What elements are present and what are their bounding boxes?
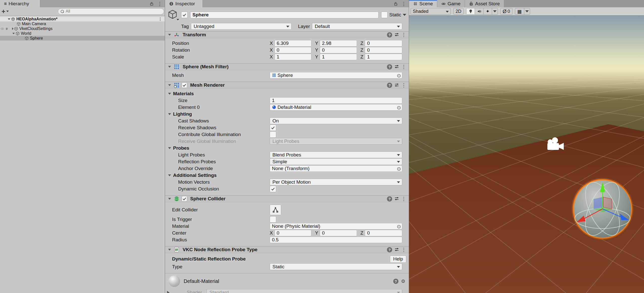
tab-game[interactable]: Game [437,0,465,7]
center-x-field[interactable]: 0 [274,230,312,236]
tab-inspector[interactable]: Inspector [165,0,203,7]
motion-vectors-dropdown[interactable]: Per Object Motion [270,179,402,185]
tree-item-vketcloudsettings[interactable]: VketCloudSettings [0,26,165,31]
material-expand-icon[interactable] [167,291,170,293]
component-menu-icon[interactable]: ⋮ [401,83,406,88]
shading-mode-dropdown[interactable]: Shaded [411,8,451,15]
light-probes-dropdown[interactable]: Blend Probes [270,151,402,158]
scale-y-field[interactable]: 1 [320,54,357,60]
gameobject-icon[interactable] [168,9,179,20]
material-thumbnail[interactable] [169,275,180,287]
component-menu-icon[interactable]: ⋮ [401,196,406,201]
layer-dropdown[interactable]: Default [312,23,402,30]
pick-hand-icon[interactable] [5,27,9,30]
hidden-objects-toggle[interactable]: Ø 0 [500,8,512,15]
receive-shadows-checkbox[interactable] [270,124,276,131]
scale-x-field[interactable]: 1 [274,54,312,60]
presets-icon[interactable] [394,196,399,201]
foldout-open-icon[interactable] [12,32,15,34]
cast-shadows-dropdown[interactable]: On [270,117,402,124]
static-dropdown-arrow[interactable] [403,14,406,16]
scene-lighting-toggle[interactable] [466,8,475,14]
scale-z-field[interactable]: 1 [365,54,402,60]
foldout-open-icon[interactable] [168,84,171,86]
presets-icon[interactable] [394,83,399,88]
object-picker-icon[interactable]: ⊙ [397,223,401,230]
foldout-open-icon[interactable] [168,66,171,68]
position-x-field[interactable]: 6.309 [274,40,312,47]
create-object-button[interactable]: + [2,8,9,15]
help-icon[interactable]: ? [387,32,392,38]
anchor-override-field[interactable]: None (Transform)⊙ [270,165,402,172]
foldout-open-icon[interactable] [8,18,10,20]
tag-dropdown[interactable]: Untagged [191,23,292,30]
rotation-z-field[interactable]: 0 [365,47,402,53]
foldout-open-icon[interactable] [168,198,171,200]
component-menu-icon[interactable]: ⋮ [401,247,406,252]
physic-material-field[interactable]: None (Physic Material)⊙ [270,223,402,230]
help-icon[interactable]: ? [387,196,392,202]
lock-icon[interactable] [150,2,154,6]
help-icon[interactable]: ? [387,247,392,252]
tree-item-scene[interactable]: HEOAlphaAnimation* ⋮ [0,17,165,21]
tab-hierarchy[interactable]: ≡ Hierarchy [0,0,40,7]
help-icon[interactable]: ? [387,83,392,88]
tree-item-world[interactable]: World [0,31,165,36]
foldout-closed-icon[interactable] [12,27,14,30]
help-icon[interactable]: ? [393,279,398,284]
center-y-field[interactable]: 0 [320,230,357,236]
presets-icon[interactable] [394,32,399,37]
scene-viewport[interactable] [409,16,644,293]
grid-visibility-toggle[interactable]: ▦ [515,8,524,14]
materials-size-field[interactable]: 1 [270,97,402,104]
element0-object-field[interactable]: Default-Material ⊙ [270,104,402,111]
materials-foldout[interactable]: Materials [165,90,409,97]
position-z-field[interactable]: 0 [365,40,402,47]
hierarchy-menu-icon[interactable]: ⋮ [157,1,162,6]
scene-row-menu-icon[interactable]: ⋮ [158,17,162,21]
object-picker-icon[interactable]: ⊙ [397,73,401,79]
vkc-type-dropdown[interactable]: Static [270,263,402,270]
reflection-probes-dropdown[interactable]: Simple [270,158,402,165]
grid-dropdown-arrow[interactable] [524,8,530,14]
object-picker-icon[interactable]: ⊙ [397,105,401,111]
component-enabled-checkbox[interactable] [182,196,187,202]
additional-settings-foldout[interactable]: Additional Settings [165,172,409,179]
rotation-y-field[interactable]: 0 [320,47,357,53]
2d-toggle[interactable]: 2D [453,8,464,15]
contribute-gi-checkbox[interactable] [270,131,276,138]
edit-collider-button[interactable] [270,205,281,215]
lighting-foldout[interactable]: Lighting [165,111,409,117]
foldout-open-icon[interactable] [168,249,171,251]
effects-dropdown-arrow[interactable] [492,8,498,14]
center-z-field[interactable]: 0 [365,230,402,236]
foldout-open-icon[interactable] [168,34,171,36]
eye-icon[interactable] [1,27,4,30]
radius-field[interactable]: 0.5 [270,237,402,243]
component-menu-icon[interactable]: ⋮ [401,32,406,37]
component-menu-icon[interactable]: ⋮ [401,64,406,69]
static-checkbox[interactable] [381,12,388,18]
object-picker-icon[interactable]: ⊙ [397,166,401,172]
presets-icon[interactable] [394,247,399,252]
component-enabled-checkbox[interactable] [182,82,187,88]
tab-scene[interactable]: Scene [409,0,437,7]
probes-foldout[interactable]: Probes [165,145,409,151]
dynamic-occlusion-checkbox[interactable] [270,186,276,192]
tree-item-main-camera[interactable]: Main Camera [0,21,165,26]
is-trigger-checkbox[interactable] [270,216,276,223]
presets-icon[interactable] [394,64,399,69]
selected-sphere[interactable] [573,177,632,241]
lock-icon[interactable] [394,2,398,6]
rotation-x-field[interactable]: 0 [274,47,312,53]
mesh-object-field[interactable]: Sphere ⊙ [270,72,402,79]
gear-icon[interactable]: ⚙ [401,278,405,284]
scene-effects-toggle[interactable]: ✦ [484,8,492,14]
position-y-field[interactable]: 2.98 [320,40,357,47]
tree-item-sphere[interactable]: Sphere [0,36,165,41]
vkc-help-button[interactable]: Help [390,255,406,263]
inspector-menu-icon[interactable]: ⋮ [401,1,406,6]
tab-asset-store[interactable]: Asset Store [465,0,504,7]
help-icon[interactable]: ? [387,64,392,70]
object-name-field[interactable]: Sphere [190,12,379,18]
